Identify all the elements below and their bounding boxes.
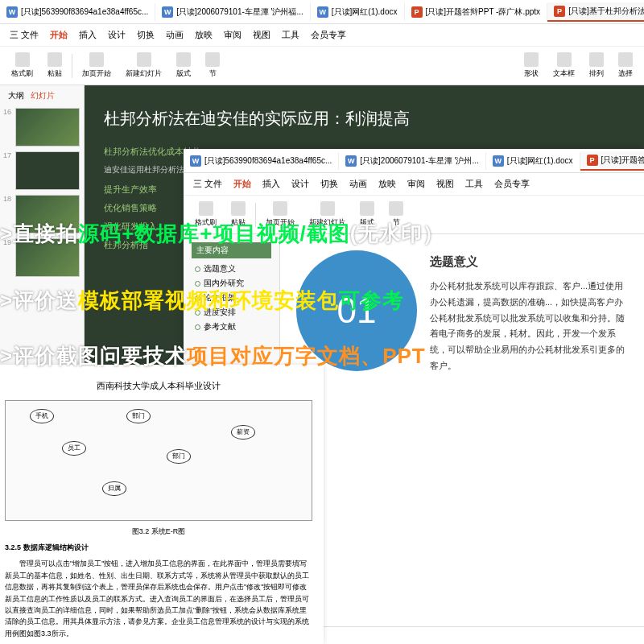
document-window: 西南科技大学成人本科毕业设计 手机 员工 部门 部门 归属 薪资 图3.2 系统… — [0, 365, 324, 644]
menu-tools[interactable]: 工具 — [465, 178, 483, 190]
menu-insert[interactable]: 插入 — [79, 29, 97, 41]
word-icon: W — [162, 6, 173, 18]
w2-tab-1[interactable]: W[只读]563990f83694a1e38a4ff65c... — [184, 152, 339, 170]
doc-body: 管理员可以点击"增加员工"按钮，进入增加员工信息的界面，在此界面中，管理员需要填… — [5, 558, 312, 639]
menu-design[interactable]: 设计 — [108, 29, 126, 41]
tab-doc-2[interactable]: W[只读]2006079101-车星潭 '沪州福... — [155, 3, 311, 21]
select-button[interactable]: 选择 — [613, 51, 638, 80]
menu-transition[interactable]: 切换 — [137, 29, 155, 41]
menu-slideshow[interactable]: 放映 — [378, 178, 396, 190]
w2-tab-3[interactable]: W[只读]网红(1).docx — [486, 152, 580, 170]
menu-insert[interactable]: 插入 — [262, 178, 280, 190]
section-heading: 3.2.5 数据库逻辑结构设计 — [5, 542, 312, 553]
arrange-button[interactable]: 排列 — [584, 51, 609, 80]
tab-doc-4[interactable]: P[只读]开题答辩PPT -薛广林.pptx — [405, 3, 548, 21]
menu-design[interactable]: 设计 — [291, 178, 309, 190]
slide-thumb-16[interactable]: 16 — [3, 108, 80, 147]
menu-review[interactable]: 审阅 — [407, 178, 425, 190]
outline-tab[interactable]: 大纲 — [8, 90, 24, 101]
tab-doc-5[interactable]: P[只读]基于杜邦分析法的企业...× — [547, 2, 644, 22]
ppt-icon: P — [411, 6, 423, 18]
promo-overlay: >直接拍源码+数据库+项目视频/截图(无水印） >评价送模板部署视频和环境安装包… — [0, 217, 644, 373]
word-icon: W — [317, 6, 328, 18]
menu-view[interactable]: 视图 — [436, 178, 454, 190]
section-button[interactable]: 节 — [200, 51, 225, 80]
menu-review[interactable]: 审阅 — [224, 29, 242, 41]
menu-file[interactable]: 三 文件 — [10, 29, 39, 41]
layout-button[interactable]: 版式 — [171, 51, 196, 80]
figure-caption: 图3.2 系统E-R图 — [5, 526, 312, 537]
slide-thumb-17[interactable]: 17 — [3, 151, 80, 190]
new-slide-button[interactable]: 新建幻灯片 — [121, 51, 167, 80]
menu-file[interactable]: 三 文件 — [193, 178, 222, 190]
tab-doc-1[interactable]: W[只读]563990f83694a1e38a4ff65c... — [0, 3, 155, 21]
menu-slideshow[interactable]: 放映 — [195, 29, 213, 41]
shape-button[interactable]: 形状 — [519, 51, 543, 80]
paste-button[interactable]: 粘贴 — [43, 51, 67, 80]
format-painter-button[interactable]: 格式刷 — [6, 51, 38, 80]
toolbar: 格式刷 粘贴 加页开始 新建幻灯片 版式 节 形状 文本框 排列 选择 — [0, 47, 644, 85]
menu-view[interactable]: 视图 — [253, 29, 270, 41]
menu-bar: 三 文件 开始 插入 设计 切换 动画 放映 审阅 视图 工具 会员专享 — [0, 24, 644, 47]
menu-member[interactable]: 会员专享 — [311, 29, 346, 41]
word-icon: W — [6, 6, 18, 18]
menu-start[interactable]: 开始 — [50, 29, 68, 41]
w2-tab-4[interactable]: P[只读]开题答辩PPT... — [580, 151, 645, 171]
ppt-icon: P — [554, 6, 565, 17]
menu-animation[interactable]: 动画 — [349, 178, 367, 190]
w2-tab-2[interactable]: W[只读]2006079101-车星潭 '沪州... — [339, 152, 486, 170]
menu-animation[interactable]: 动画 — [166, 29, 184, 41]
slide-title: 杜邦分析法在迪安佳的实际应用：利润提高 — [104, 108, 625, 130]
menu-member[interactable]: 会员专享 — [494, 178, 530, 190]
from-start-button[interactable]: 加页开始 — [77, 51, 116, 80]
menu-tools[interactable]: 工具 — [282, 29, 299, 41]
textbox-button[interactable]: 文本框 — [548, 51, 580, 80]
tab-doc-3[interactable]: W[只读]网红(1).docx — [311, 3, 405, 21]
menu-start[interactable]: 开始 — [233, 178, 251, 190]
doc-header: 西南科技大学成人本科毕业设计 — [5, 379, 312, 394]
document-tabs: W[只读]563990f83694a1e38a4ff65c... W[只读]20… — [0, 0, 644, 24]
menu-transition[interactable]: 切换 — [320, 178, 338, 190]
slides-tab[interactable]: 幻灯片 — [31, 90, 55, 101]
er-diagram: 手机 员工 部门 部门 归属 薪资 — [5, 400, 312, 521]
